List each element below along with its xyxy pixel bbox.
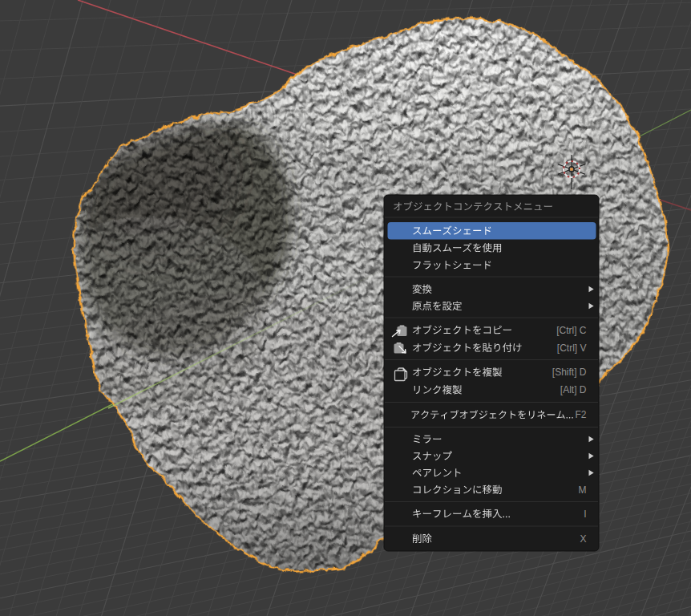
svg-text:[Ctrl] V: [Ctrl] V (557, 342, 587, 354)
svg-text:M: M (579, 484, 587, 496)
svg-text:[Shift] D: [Shift] D (552, 367, 587, 378)
svg-text:F2: F2 (575, 409, 586, 420)
svg-text:[Alt] D: [Alt] D (560, 384, 587, 395)
svg-text:X: X (580, 533, 586, 545)
svg-text:I: I (584, 509, 586, 520)
svg-text:[Ctrl] C: [Ctrl] C (556, 325, 587, 336)
